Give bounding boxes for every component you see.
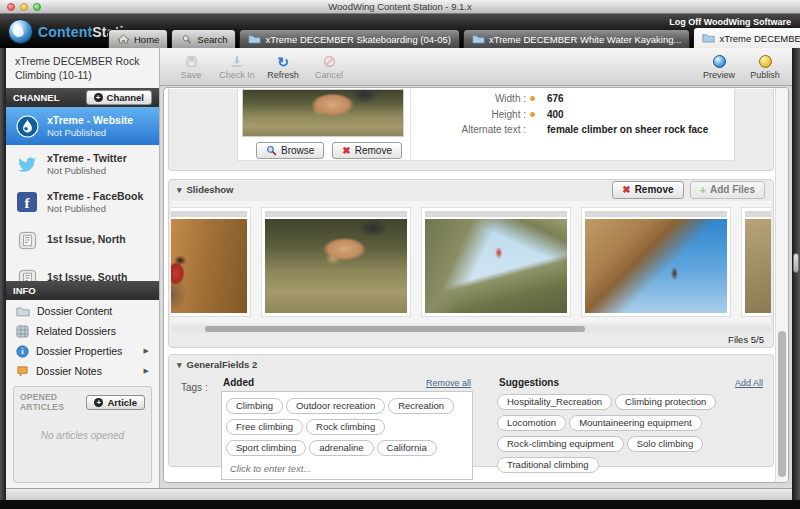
suggestion-pill[interactable]: Mountaineering equipment [569, 415, 702, 431]
sidebar-item-dossier-content[interactable]: Dossier Content [6, 301, 159, 321]
height-value[interactable]: 400 [547, 109, 564, 120]
save-icon [168, 54, 214, 70]
tag-pill[interactable]: Outdoor recreation [286, 398, 385, 414]
channel-item-website[interactable]: xTreme - Website Not Published [6, 107, 159, 145]
channel-label: xTreme - Website [47, 114, 133, 127]
suggestion-pill[interactable]: Hospitality_Recreation [497, 394, 612, 410]
slideshow-section-title: Slideshow [187, 184, 234, 195]
tab-label: xTreme DECEMBER Skateboarding (04-05) [265, 34, 451, 45]
hero-image-thumbnail[interactable] [242, 89, 404, 137]
tag-pill[interactable]: Free climbing [226, 419, 303, 435]
width-value[interactable]: 676 [547, 93, 564, 104]
chevron-right-icon[interactable]: ▶ [144, 347, 149, 355]
suggestions-header: Suggestions [499, 377, 559, 388]
tab-kayaking-dossier[interactable]: xTreme DECEMBER White Water Kayaking... [463, 29, 691, 48]
remove-image-button[interactable]: ✖ Remove [332, 142, 402, 159]
chevron-right-icon[interactable]: ▶ [144, 367, 149, 375]
alternate-text-value[interactable]: female climber on sheer rock face [547, 124, 708, 135]
tags-label: Tags : [181, 382, 208, 393]
tag-pill[interactable]: Rock climbing [306, 419, 385, 435]
channel-label: xTreme - FaceBook [47, 190, 143, 203]
tag-pill[interactable]: Sport climbing [226, 440, 306, 456]
width-label: Width : [420, 93, 526, 104]
tag-pill[interactable]: adrenaline [309, 440, 373, 456]
opened-articles-header: OPENED ARTICLES [20, 392, 86, 412]
slideshow-thumbnail-2[interactable] [261, 207, 411, 317]
dossier-sidebar: xTreme DECEMBER Rock Climbing (10-11) CH… [6, 48, 160, 488]
channel-item-issue-north[interactable]: 1st Issue, North [6, 221, 159, 259]
refresh-icon: ↻ [260, 54, 306, 70]
slideshow-thumbnail-4[interactable] [581, 207, 731, 317]
suggestion-pill[interactable]: Climbing protection [615, 394, 716, 410]
tag-pill[interactable]: California [377, 440, 437, 456]
tag-entry-input[interactable] [226, 461, 376, 476]
tab-search[interactable]: Search [171, 29, 236, 48]
suggestion-pill[interactable]: Solo climbing [627, 436, 704, 452]
facebook-icon: f [15, 190, 39, 214]
add-all-link[interactable]: Add All [735, 378, 763, 388]
app-header: Log Off WoodWing Software ContentStation… [0, 14, 800, 48]
collapse-triangle-icon[interactable]: ▾ [177, 360, 182, 370]
preview-button[interactable]: Preview [696, 54, 742, 80]
add-files-button[interactable]: + Add Files [690, 181, 765, 199]
preview-icon [696, 54, 742, 70]
slideshow-thumbnail-3[interactable] [421, 207, 571, 317]
dossier-title: xTreme DECEMBER Rock Climbing (10-11) [6, 48, 159, 87]
channel-item-twitter[interactable]: xTreme - Twitter Not Published [6, 145, 159, 183]
image-field-group: Browse ✖ Remove Width : 676 Height : [237, 89, 735, 161]
tag-pill[interactable]: Climbing [226, 398, 283, 414]
slideshow-horizontal-scrollbar[interactable] [171, 325, 771, 333]
publish-button[interactable]: Publish [742, 54, 788, 80]
climber-overhang-photo [585, 219, 727, 313]
collapse-triangle-icon[interactable]: ▾ [177, 185, 182, 195]
brand-text-content: Content [38, 24, 92, 40]
slideshow-thumbnail-1[interactable] [171, 207, 251, 317]
editor-toolbar: Save Check In ↻ Refresh Cancel Preview P… [160, 48, 792, 86]
plus-circle-icon: + [94, 398, 103, 407]
sidebar-item-related-dossiers[interactable]: Related Dossiers [6, 321, 159, 341]
tag-pill[interactable]: Recreation [388, 398, 454, 414]
channel-label: 1st Issue, North [47, 233, 126, 246]
sidebar-item-dossier-notes[interactable]: Dossier Notes ▶ [6, 361, 159, 381]
remove-files-button[interactable]: ✖ Remove [612, 181, 683, 199]
add-article-button[interactable]: + Article [86, 395, 145, 410]
remove-all-link[interactable]: Remove all [426, 378, 471, 388]
channel-item-facebook[interactable]: f xTreme - FaceBook Not Published [6, 183, 159, 221]
check-in-button[interactable]: Check In [214, 54, 260, 80]
window-edge-grip[interactable] [793, 253, 799, 273]
tab-skateboarding-dossier[interactable]: xTreme DECEMBER Skateboarding (04-05) [239, 29, 460, 48]
folder-icon [16, 306, 30, 317]
publish-icon [742, 54, 788, 70]
save-button[interactable]: Save [168, 54, 214, 80]
browse-button[interactable]: Browse [256, 142, 324, 159]
channel-status: Not Published [47, 127, 133, 138]
tab-home[interactable]: Home [108, 29, 168, 48]
suggestion-pill[interactable]: Locomotion [497, 415, 566, 431]
field-divider [410, 89, 411, 160]
image-field-section: Browse ✖ Remove Width : 676 Height : [168, 89, 774, 171]
sidebar-item-dossier-properties[interactable]: i Dossier Properties ▶ [6, 341, 159, 361]
slideshow-thumbnail-5[interactable] [741, 207, 771, 317]
add-channel-button[interactable]: + Channel [86, 90, 152, 105]
suggestion-pill[interactable]: Rock-climbing equipment [497, 436, 624, 452]
climber-peaks-photo [425, 219, 567, 313]
print-issue-icon [15, 228, 39, 252]
scrollbar-thumb[interactable] [205, 326, 585, 332]
log-off-link[interactable]: Log Off WoodWing Software [669, 17, 791, 27]
tab-label: Search [197, 34, 227, 45]
added-tags-box[interactable]: ClimbingOutdoor recreationRecreationFree… [221, 391, 473, 480]
info-list: Dossier Content Related Dossiers i Dossi… [6, 301, 159, 381]
info-item-label: Dossier Notes [36, 365, 102, 377]
channel-list: xTreme - Website Not Published xTreme - … [6, 107, 159, 297]
publish-form-panel: Browse ✖ Remove Width : 676 Height : [163, 87, 789, 483]
scrollbar-thumb[interactable] [778, 331, 786, 477]
cancel-button[interactable]: Cancel [306, 54, 352, 80]
rock-face-photo [745, 219, 771, 313]
form-vertical-scrollbar[interactable] [775, 88, 788, 482]
required-dot-icon [530, 96, 535, 101]
files-count-label: Files 5/5 [728, 334, 764, 345]
tab-rock-climbing-dossier-active[interactable]: xTreme DECEMBER Rock Climbing (10-11) [693, 27, 800, 48]
refresh-button[interactable]: ↻ Refresh [260, 54, 306, 80]
info-section-header: INFO [6, 281, 159, 300]
suggestion-pill[interactable]: Traditional climbing [497, 457, 599, 473]
